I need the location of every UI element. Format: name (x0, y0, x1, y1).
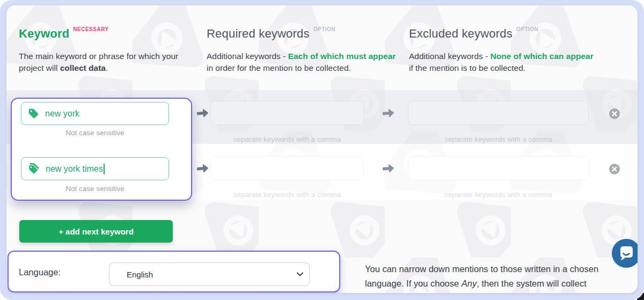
excluded-desc-strong: None of which can appear (491, 52, 594, 61)
arrow-right-icon (195, 106, 210, 121)
remove-row-button[interactable] (609, 108, 620, 120)
keyword-description: The main keyword or phrase for which you… (19, 50, 181, 74)
keyword-column-title: KeywordNECESSARY (19, 27, 109, 41)
arrow-right-icon (195, 161, 210, 176)
text-caret (104, 164, 105, 174)
keyword-desc-post: . (106, 63, 108, 72)
add-next-keyword-button[interactable]: + add next keyword (19, 220, 173, 243)
keyword-input[interactable]: new york times (21, 157, 169, 180)
required-desc-pre: Additional keywords - (207, 52, 288, 61)
excluded-column-title: Excluded keywordsOPTION (409, 27, 538, 41)
required-desc-strong: Each of which must appear (288, 52, 396, 61)
option-badge: OPTION (516, 26, 538, 32)
chat-launcher[interactable] (612, 239, 638, 268)
keyword-title-text: Keyword (19, 27, 69, 40)
note-italic: Any (462, 279, 477, 288)
case-sensitivity-note: Not case sensitive (21, 129, 169, 137)
keyword-desc-strong: collect data (60, 63, 106, 72)
required-desc-post: in order for the mention to be collected… (207, 63, 351, 72)
tags-icon (28, 163, 40, 175)
screenshot-page: KeywordNECESSARY The main keyword or phr… (0, 0, 644, 300)
necessary-badge: NECESSARY (73, 26, 108, 32)
keyword-value: new york (45, 109, 79, 119)
keyword-setup-panel: KeywordNECESSARY The main keyword or phr… (6, 5, 638, 293)
required-title-text: Required keywords (207, 27, 310, 40)
required-column-title: Required keywordsOPTION (207, 27, 335, 41)
excluded-desc-post: if the mention is to be collected. (409, 63, 525, 72)
required-description: Additional keywords - Each of which must… (207, 50, 399, 74)
excluded-description: Additional keywords - None of which can … (409, 50, 597, 74)
excluded-title-text: Excluded keywords (409, 27, 513, 40)
keyword-input[interactable]: new york (21, 102, 169, 125)
arrow-right-icon (380, 106, 396, 121)
keyword-value: new york times (46, 164, 103, 174)
arrow-right-icon (380, 161, 396, 176)
language-label: Language: (19, 267, 61, 277)
language-select[interactable]: English (109, 262, 310, 286)
excluded-desc-pre: Additional keywords - (409, 52, 491, 61)
option-badge: OPTION (313, 26, 335, 32)
language-explanation-text: You can narrow down mentions to those wr… (365, 262, 617, 293)
case-sensitivity-note: Not case sensitive (21, 185, 169, 193)
tag-icon (28, 108, 39, 119)
remove-row-button[interactable] (609, 163, 620, 175)
